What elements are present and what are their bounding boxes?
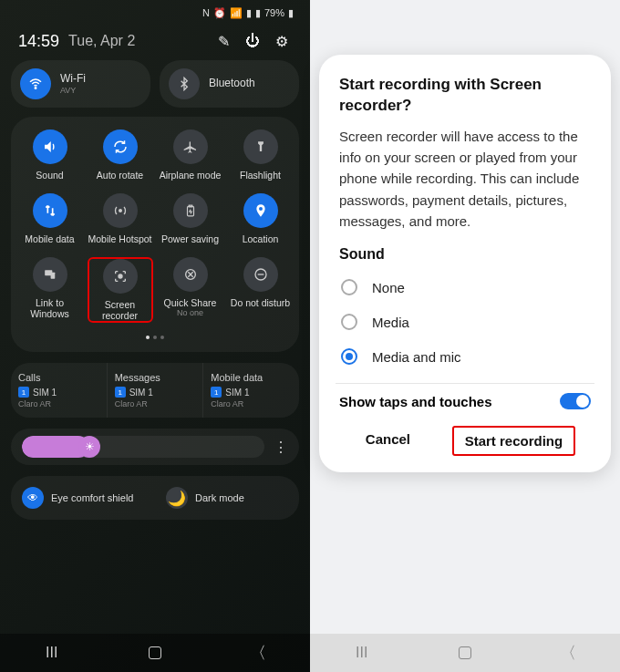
tile-dnd[interactable]: Do not disturb — [228, 257, 294, 323]
permission-dialog: Start recording with Screen recorder? Sc… — [319, 55, 611, 472]
location-icon — [243, 193, 278, 228]
eye-comfort-toggle[interactable]: 👁 Eye comfort shield — [11, 476, 155, 520]
tile-link-windows[interactable]: Link to Windows — [17, 257, 83, 323]
quick-share-icon — [173, 257, 208, 292]
brightness-slider[interactable]: ☀ ⋮ — [11, 429, 299, 465]
flashlight-icon — [243, 129, 278, 164]
signal-icon: ▮ — [246, 7, 252, 19]
tile-quick-share[interactable]: Quick Share No one — [158, 257, 223, 323]
hotspot-icon — [103, 193, 138, 228]
wifi-icon — [20, 68, 51, 99]
tile-hotspot[interactable]: Mobile Hotspot — [88, 193, 153, 244]
sim-messages[interactable]: Messages 1SIM 1 Claro AR — [107, 363, 203, 418]
rotate-icon — [103, 129, 138, 164]
windows-link-icon — [33, 257, 67, 292]
qs-header: 14:59 Tue, Apr 2 ✎ ⏻ ⚙ — [11, 26, 299, 60]
radio-label: Media and mic — [372, 349, 461, 365]
svg-point-0 — [35, 88, 36, 89]
recents-button[interactable]: III — [34, 644, 70, 662]
clock-date[interactable]: Tue, Apr 2 — [68, 33, 204, 49]
cancel-button[interactable]: Cancel — [355, 426, 421, 456]
show-taps-row[interactable]: Show taps and touches — [339, 393, 591, 409]
qs-pill-row: Wi-Fi AVY Bluetooth — [11, 60, 299, 108]
svg-rect-2 — [187, 206, 193, 216]
back-button[interactable]: 〈 — [240, 644, 276, 662]
qs-tiles: Sound Auto rotate Airplane mode Flashlig… — [11, 117, 299, 352]
sound-header: Sound — [339, 246, 591, 263]
show-taps-label: Show taps and touches — [339, 394, 492, 409]
mode-pill-row: 👁 Eye comfort shield 🌙 Dark mode — [11, 476, 299, 520]
divider — [336, 383, 594, 384]
back-button[interactable]: 〈 — [550, 644, 586, 662]
battery-saver-icon — [173, 193, 208, 228]
airplane-icon — [173, 129, 208, 164]
eye-icon: 👁 — [22, 487, 44, 509]
status-bar: N ⏰ 📶 ▮ ▮ 79% ▮ — [11, 0, 299, 26]
wifi-icon: 📶 — [230, 7, 243, 19]
bluetooth-label: Bluetooth — [209, 78, 255, 89]
dark-mode-toggle[interactable]: 🌙 Dark mode — [155, 476, 299, 520]
radio-none[interactable]: None — [339, 270, 591, 305]
alarm-icon: ⏰ — [213, 7, 226, 19]
more-icon[interactable]: ⋮ — [274, 439, 288, 456]
gear-icon[interactable]: ⚙ — [272, 31, 292, 51]
data-icon — [33, 193, 67, 228]
radio-icon — [341, 348, 357, 365]
battery-percent: 79% — [264, 7, 284, 18]
screen-recorder-dialog-screen: Start recording with Screen recorder? Sc… — [310, 0, 620, 672]
tile-flashlight[interactable]: Flashlight — [228, 129, 294, 181]
radio-label: Media — [372, 315, 409, 330]
nav-bar: III 〈 — [310, 634, 620, 672]
bluetooth-icon — [169, 68, 200, 99]
nav-bar: III 〈 — [0, 634, 310, 672]
sim-card-panel[interactable]: Calls 1SIM 1 Claro AR Messages 1SIM 1 Cl… — [11, 363, 299, 418]
bluetooth-pill[interactable]: Bluetooth — [160, 60, 299, 108]
screen-recorder-icon — [103, 259, 138, 294]
wifi-pill[interactable]: Wi-Fi AVY — [11, 60, 150, 108]
nfc-icon: N — [202, 7, 210, 18]
quick-settings-panel: N ⏰ 📶 ▮ ▮ 79% ▮ 14:59 Tue, Apr 2 ✎ ⏻ ⚙ W… — [0, 0, 310, 672]
battery-icon: ▮ — [288, 7, 294, 19]
sim-calls[interactable]: Calls 1SIM 1 Claro AR — [11, 363, 107, 418]
sound-icon — [33, 129, 67, 164]
home-button[interactable] — [447, 644, 483, 662]
dialog-body: Screen recorder will have access to the … — [339, 126, 591, 232]
signal-icon: ▮ — [255, 7, 261, 19]
radio-icon — [341, 314, 357, 330]
tile-power-saving[interactable]: Power saving — [158, 193, 223, 244]
power-icon[interactable]: ⏻ — [243, 31, 263, 51]
home-button[interactable] — [137, 644, 173, 662]
sim-data[interactable]: Mobile data 1SIM 1 Claro AR — [202, 363, 299, 418]
wifi-ssid: AVY — [60, 86, 86, 95]
dialog-title: Start recording with Screen recorder? — [339, 75, 591, 117]
tile-auto-rotate[interactable]: Auto rotate — [88, 129, 153, 181]
svg-point-1 — [119, 210, 121, 212]
tile-airplane[interactable]: Airplane mode — [158, 129, 223, 181]
start-recording-button[interactable]: Start recording — [452, 426, 576, 456]
brightness-track[interactable]: ☀ — [22, 436, 264, 458]
clock-time[interactable]: 14:59 — [18, 32, 59, 51]
tile-screen-recorder[interactable]: Screen recorder — [88, 257, 153, 323]
toggle-switch[interactable] — [560, 393, 591, 409]
svg-point-6 — [119, 274, 122, 278]
radio-icon — [341, 279, 357, 295]
wifi-label: Wi-Fi — [60, 73, 86, 85]
brightness-thumb[interactable]: ☀ — [78, 436, 100, 458]
tile-sound[interactable]: Sound — [17, 129, 83, 181]
tiles-pager[interactable] — [15, 336, 295, 339]
recents-button[interactable]: III — [344, 644, 380, 662]
tile-location[interactable]: Location — [228, 193, 294, 244]
svg-rect-5 — [50, 273, 55, 279]
tile-mobile-data[interactable]: Mobile data — [17, 193, 83, 244]
moon-icon: 🌙 — [166, 487, 188, 509]
radio-media-mic[interactable]: Media and mic — [339, 339, 591, 374]
radio-media[interactable]: Media — [339, 305, 591, 339]
radio-label: None — [372, 280, 405, 295]
edit-icon[interactable]: ✎ — [213, 31, 233, 51]
dnd-icon — [243, 257, 278, 292]
